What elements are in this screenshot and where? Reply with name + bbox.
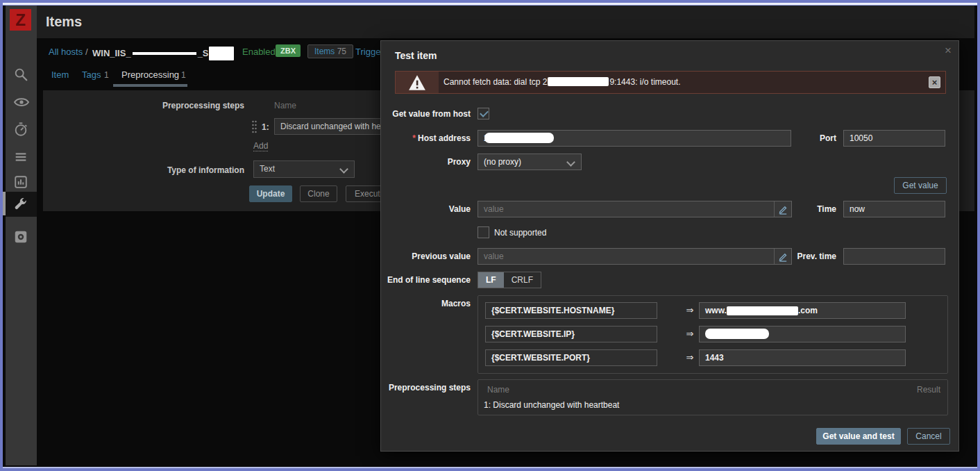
page-title: Items <box>46 14 82 30</box>
search-icon[interactable] <box>13 67 30 83</box>
zbx-availability-badge: ZBX <box>276 44 301 57</box>
time-input[interactable]: now <box>843 201 945 217</box>
not-supported-label: Not supported <box>494 228 546 238</box>
redaction <box>548 77 609 86</box>
eol-option-crlf[interactable]: CRLF <box>504 272 541 288</box>
arrow-right-icon: ⇒ <box>684 326 695 342</box>
error-message-text: Cannot fetch data: dial tcp 29:1443: i/o… <box>443 72 681 93</box>
macro-value-prefix: www. <box>705 306 727 315</box>
type-of-information-label: Type of information <box>71 165 244 175</box>
previous-value-input[interactable]: value <box>478 248 792 265</box>
list-icon[interactable] <box>13 149 30 166</box>
eol-sequence-label: End of line sequence <box>381 272 471 288</box>
step-number: 1: <box>262 122 269 132</box>
eol-option-lf[interactable]: LF <box>478 272 504 288</box>
dialog-title: Test item <box>395 50 437 61</box>
items-count-badge[interactable]: Items 75 <box>307 44 353 58</box>
host-name-suffix: _S <box>198 48 209 58</box>
window-border <box>0 0 3 471</box>
host-address-label: *Host address <box>381 130 471 147</box>
eye-icon[interactable] <box>13 94 30 110</box>
redaction <box>209 47 234 60</box>
top-header-bar <box>37 6 974 38</box>
host-address-label-text: Host address <box>418 133 471 143</box>
macro-value-input[interactable]: www..com <box>699 302 906 319</box>
error-text-suffix: 9:1443: i/o timeout. <box>609 77 680 87</box>
window-border <box>3 5 977 6</box>
redaction <box>705 329 769 339</box>
breadcrumb-separator: / <box>85 47 88 57</box>
drag-handle-icon[interactable] <box>251 119 257 136</box>
macros-box: {$CERT.WEBSITE.HOSTNAME} ⇒ www..com {$CE… <box>478 295 948 374</box>
time-label: Time <box>747 201 836 217</box>
get-value-and-test-button[interactable]: Get value and test <box>816 428 901 445</box>
stopwatch-icon[interactable] <box>13 122 30 138</box>
tab-tags[interactable]: Tags <box>82 69 101 80</box>
macros-label: Macros <box>381 299 471 308</box>
host-address-input[interactable]: 2 <box>478 130 791 147</box>
value-placeholder: value <box>484 204 504 214</box>
chevron-down-icon <box>339 165 348 174</box>
bar-chart-icon[interactable] <box>13 174 30 191</box>
macro-name-input[interactable]: {$CERT.WEBSITE.PORT} <box>485 349 657 366</box>
application-window: Z Items All hosts / WIN_IIS__S Enabled Z… <box>0 0 980 471</box>
port-label: Port <box>747 130 836 147</box>
gear-icon[interactable] <box>13 229 30 246</box>
value-input[interactable]: value <box>478 201 792 217</box>
clone-button[interactable]: Clone <box>300 185 337 202</box>
add-step-link[interactable]: Add <box>253 141 268 151</box>
get-value-from-host-checkbox[interactable] <box>478 108 489 119</box>
error-icon-cell <box>396 72 439 93</box>
preproc-name-header: Name <box>487 385 509 395</box>
wrench-icon[interactable] <box>13 197 30 213</box>
name-column-header: Name <box>274 101 296 110</box>
update-button[interactable]: Update <box>249 185 292 202</box>
items-link[interactable]: Items <box>314 47 335 56</box>
macro-value-input[interactable] <box>699 326 906 342</box>
redaction <box>727 306 798 315</box>
host-name-prefix: WIN_IIS_ <box>92 48 131 58</box>
window-border <box>977 0 980 471</box>
macro-name-input[interactable]: {$CERT.WEBSITE.IP} <box>485 326 657 342</box>
type-of-information-value: Text <box>260 164 275 174</box>
required-asterisk: * <box>412 133 416 143</box>
modal-preprocessing-steps-label: Preprocessing steps <box>381 383 471 392</box>
value-label: Value <box>381 201 471 217</box>
prev-time-input[interactable] <box>843 248 945 265</box>
preprocessing-steps-label: Preprocessing steps <box>71 101 244 110</box>
tab-preprocessing[interactable]: Preprocessing <box>121 69 179 80</box>
prev-time-label: Prev. time <box>747 248 836 265</box>
macro-value-input[interactable]: 1443 <box>699 349 906 366</box>
redaction <box>484 133 554 143</box>
type-of-information-select[interactable]: Text <box>253 160 355 178</box>
error-text-prefix: Cannot fetch data: dial tcp 2 <box>443 77 547 87</box>
arrow-right-icon: ⇒ <box>684 349 695 366</box>
dialog-close-icon[interactable]: × <box>945 44 952 58</box>
triggers-link[interactable]: Trigger <box>355 47 384 57</box>
error-close-button[interactable]: × <box>929 76 940 88</box>
test-item-dialog: Test item × Cannot fetch data: dial tcp … <box>380 40 959 452</box>
tab-preprocessing-count: 1 <box>181 70 186 80</box>
preproc-result-header: Result <box>917 385 940 395</box>
breadcrumb-host-name: WIN_IIS__S <box>92 47 234 60</box>
breadcrumb-all-hosts-link[interactable]: All hosts <box>49 47 83 57</box>
port-input[interactable]: 10050 <box>843 130 945 147</box>
tab-item[interactable]: Item <box>51 69 69 80</box>
get-value-from-host-label: Get value from host <box>381 109 471 119</box>
macro-name-input[interactable]: {$CERT.WEBSITE.HOSTNAME} <box>485 302 657 319</box>
active-tab-underline <box>113 84 187 87</box>
tab-tags-count: 1 <box>104 70 109 80</box>
zabbix-logo[interactable]: Z <box>10 9 31 31</box>
items-count: 75 <box>337 47 346 56</box>
arrow-right-icon: ⇒ <box>684 302 695 319</box>
sidebar-scrollbar-thumb[interactable] <box>3 192 6 215</box>
proxy-label: Proxy <box>381 154 471 170</box>
proxy-select[interactable]: (no proxy) <box>478 154 582 170</box>
get-value-button[interactable]: Get value <box>894 177 947 194</box>
not-supported-checkbox[interactable] <box>478 226 489 238</box>
warning-triangle-icon <box>408 74 426 91</box>
preproc-step-row: 1: Discard unchanged with heartbeat <box>484 400 619 410</box>
previous-value-label: Previous value <box>381 248 471 265</box>
host-status-enabled: Enabled <box>242 47 276 57</box>
cancel-button[interactable]: Cancel <box>907 428 950 445</box>
